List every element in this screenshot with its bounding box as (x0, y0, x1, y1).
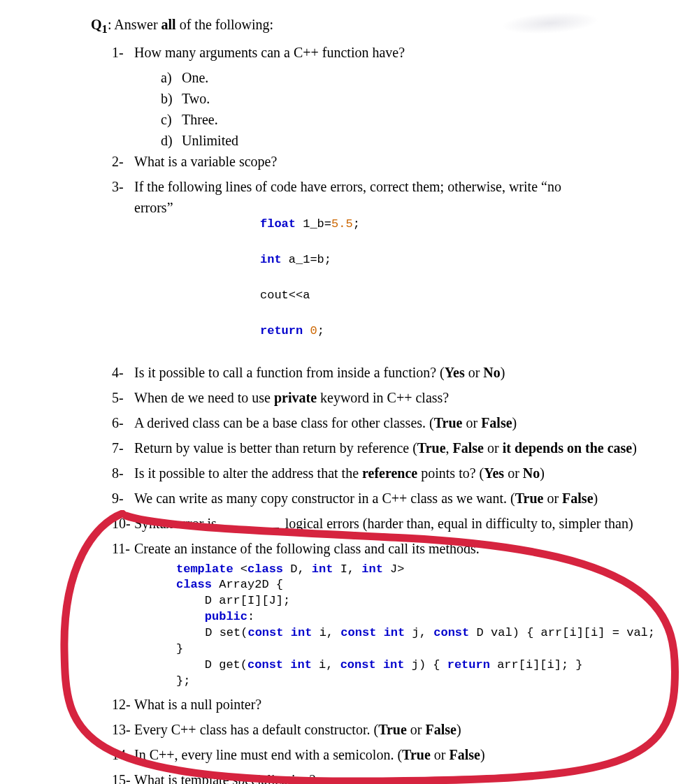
q-rest: of the following: (176, 17, 273, 32)
q9-num: 9- (112, 488, 134, 509)
question-8: 8- Is it possible to alter the address t… (112, 463, 655, 484)
q3-code: float 1_b=5.5; int a_1=b; cout<<a return… (260, 197, 360, 358)
blank-line (223, 528, 279, 528)
q11-num: 11- (112, 538, 134, 690)
q-prefix: Q (91, 17, 102, 32)
q3-errors-word: errors” (134, 197, 260, 218)
q1-text: How many arguments can a C++ function ha… (134, 42, 655, 63)
q11-text: Create an instance of the following clas… (134, 538, 655, 559)
opt-b: Two. (182, 88, 210, 109)
q15-num: 15- (112, 769, 134, 784)
opt-c: Three. (182, 109, 218, 130)
opt-d: Unlimited (182, 130, 238, 151)
q1-num: 1- (112, 42, 134, 63)
q10-num: 10- (112, 513, 134, 534)
q6-num: 6- (112, 412, 134, 433)
question-14: 14- In C++, every line must end with a s… (112, 744, 655, 765)
question-1: 1- How many arguments can a C++ function… (112, 42, 655, 63)
opt-a-lbl: a) (161, 67, 182, 88)
q2-num: 2- (112, 151, 134, 172)
q14-num: 14- (112, 744, 134, 765)
question-4: 4- Is it possible to call a function fro… (112, 362, 655, 383)
question-5: 5- When de we need to use private keywor… (112, 387, 655, 408)
q2-text: What is a variable scope? (134, 151, 655, 172)
q3-num: 3- (112, 176, 134, 358)
exam-page: Q1: Answer all of the following: 1- How … (0, 0, 683, 784)
question-3: 3- If the following lines of code have e… (112, 176, 655, 358)
q-bold-all: all (161, 17, 176, 32)
question-6: 6- A derived class can be a base class f… (112, 412, 655, 433)
opt-c-lbl: c) (161, 109, 182, 130)
q11-code: template <class D, int I, int J> class A… (176, 562, 655, 690)
question-7: 7- Return by value is better than return… (112, 437, 655, 458)
opt-b-lbl: b) (161, 88, 182, 109)
question-12: 12- What is a null pointer? (112, 694, 655, 715)
q12-text: What is a null pointer? (134, 694, 655, 715)
q4-num: 4- (112, 362, 134, 383)
q15-text: What is template specialization? (134, 769, 655, 784)
question-2: 2- What is a variable scope? (112, 151, 655, 172)
q12-num: 12- (112, 694, 134, 715)
opt-a: One. (182, 67, 208, 88)
question-11: 11- Create an instance of the following … (112, 538, 655, 690)
question-9: 9- We can write as many copy constructor… (112, 488, 655, 509)
question-13: 13- Every C++ class has a default constr… (112, 719, 655, 740)
q-sub: 1 (102, 22, 108, 36)
q1-options: a)One. b)Two. c)Three. d)Unlimited (161, 67, 655, 151)
q3-lead: If the following lines of code have erro… (134, 176, 655, 197)
question-15: 15- What is template specialization? (112, 769, 655, 784)
q8-num: 8- (112, 463, 134, 484)
question-10: 10- Syntax error is logical errors (hard… (112, 513, 655, 534)
q-after: : Answer (108, 17, 161, 32)
opt-d-lbl: d) (161, 130, 182, 151)
q5-num: 5- (112, 387, 134, 408)
q13-num: 13- (112, 719, 134, 740)
q7-num: 7- (112, 437, 134, 458)
